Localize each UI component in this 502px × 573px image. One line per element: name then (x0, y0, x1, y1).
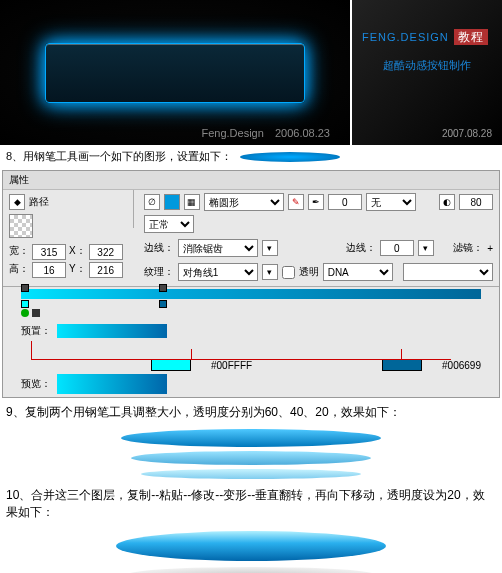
transparent-check[interactable] (282, 266, 295, 279)
marker-icon (21, 309, 29, 317)
filter-label: 滤镜： (453, 241, 483, 255)
stroke-label: 边线： (346, 241, 376, 255)
color2-hex: #006699 (442, 360, 481, 371)
width-input[interactable] (32, 244, 66, 260)
none-select[interactable]: 无 (366, 193, 416, 211)
reflection-shadow (126, 567, 376, 573)
stroke-opt-icon[interactable]: ▾ (418, 240, 434, 256)
preset-label: 预置： (21, 324, 51, 338)
header-preview: Feng.Design 2006.08.23 (0, 0, 350, 145)
header-title-card: FENG.DESIGN 教程 超酷动感按钮制作 2007.08.28 (352, 0, 502, 145)
filter-add[interactable]: + (487, 243, 493, 254)
color-stop-2[interactable] (159, 300, 167, 308)
marker2-icon (32, 309, 40, 317)
brand-date: 2006.08.23 (275, 127, 330, 139)
header-banner: Feng.Design 2006.08.23 FENG.DESIGN 教程 超酷… (0, 0, 502, 145)
width-label: 宽： (9, 244, 29, 260)
color1-swatch[interactable] (151, 359, 191, 371)
filter-select[interactable] (403, 263, 493, 281)
shape-select[interactable]: 椭圆形 (204, 193, 284, 211)
fill-color-icon[interactable] (164, 194, 180, 210)
ellipse-3 (141, 469, 361, 479)
blend-select[interactable]: 正常 (144, 215, 194, 233)
height-input[interactable] (32, 262, 66, 278)
x-input[interactable] (89, 244, 123, 260)
path-tool-icon[interactable]: ◆ (9, 194, 25, 210)
step-10-text: 10、合并这三个图层，复制--粘贴--修改--变形--垂直翻转，再向下移动，透明… (0, 483, 502, 525)
connection-lines (21, 341, 481, 359)
step-9-text: 9、复制两个用钢笔工具调整大小，透明度分别为60、40、20，效果如下： (0, 400, 502, 425)
tutorial-subtitle: 超酷动感按钮制作 (362, 58, 492, 73)
color1-hex: #00FFFF (211, 360, 252, 371)
opacity-input[interactable] (459, 194, 493, 210)
x-label: X： (69, 244, 86, 260)
opacity-stop-left[interactable] (21, 284, 29, 292)
dna-select[interactable]: DNA (323, 263, 393, 281)
step-8-text: 8、用钢笔工具画一个如下的图形，设置如下： (0, 145, 502, 168)
glow-button-preview (45, 43, 305, 103)
opacity-icon[interactable]: ◐ (439, 194, 455, 210)
color2-swatch[interactable] (382, 359, 422, 371)
preview-swatch (57, 374, 167, 394)
fill-none-icon[interactable]: ∅ (144, 194, 160, 210)
texture-opt-icon[interactable]: ▾ (262, 264, 278, 280)
edge-label: 边线： (144, 241, 174, 255)
edge-opt-icon[interactable]: ▾ (262, 240, 278, 256)
ellipse-preview-icon (240, 152, 340, 162)
edge-select[interactable]: 消除锯齿 (178, 239, 258, 257)
properties-panel: 属性 ◆ 路径 宽： X： 高： Y： (2, 170, 500, 398)
preset-swatch[interactable] (57, 324, 167, 338)
combined-ellipse (116, 531, 386, 561)
transparent-label: 透明 (299, 265, 319, 279)
preview-label: 预览： (21, 377, 51, 391)
opacity-stop-right[interactable] (159, 284, 167, 292)
divider (133, 190, 134, 228)
color-stop-1[interactable] (21, 300, 29, 308)
brand-text: Feng.Design (201, 127, 263, 139)
ellipse-1 (121, 429, 381, 447)
ellipse-2 (131, 451, 371, 465)
brand-name: FENG.DESIGN (362, 31, 449, 43)
texture-select[interactable]: 对角线1 (178, 263, 258, 281)
y-input[interactable] (89, 262, 123, 278)
stroke-num-2[interactable] (380, 240, 414, 256)
tutorial-badge: 教程 (454, 29, 488, 45)
y-label: Y： (69, 262, 86, 278)
tutorial-date: 2007.08.28 (442, 128, 492, 139)
checker-swatch[interactable] (9, 214, 33, 238)
gradient-editor[interactable] (21, 289, 481, 303)
pen-icon[interactable]: ✒ (308, 194, 324, 210)
path-label: 路径 (29, 195, 49, 209)
stroke-num-1[interactable] (328, 194, 362, 210)
height-label: 高： (9, 262, 29, 278)
pencil-icon[interactable]: ✎ (288, 194, 304, 210)
panel-title: 属性 (3, 171, 499, 190)
texture-label: 纹理： (144, 265, 174, 279)
fill-gradient-icon[interactable]: ▦ (184, 194, 200, 210)
